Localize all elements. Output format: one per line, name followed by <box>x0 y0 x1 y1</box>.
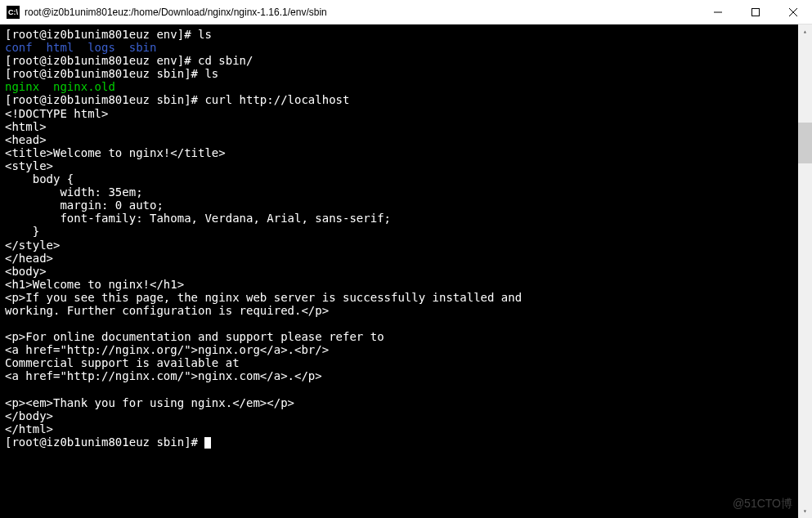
prompt: [root@iz0b1unim801euz env]# <box>5 28 198 41</box>
command-text: cd sbin/ <box>198 54 253 67</box>
ls-dir: html <box>47 41 74 54</box>
command-text: curl http://localhost <box>204 93 349 106</box>
ls-dir: conf <box>5 41 33 54</box>
terminal-body[interactable]: [root@iz0b1unim801euz env]# ls conf html… <box>0 25 812 518</box>
scrollbar[interactable]: ▴ ▾ <box>798 25 812 518</box>
command-text: ls <box>204 67 218 80</box>
maximize-button[interactable] <box>737 0 774 25</box>
prompt: [root@iz0b1unim801euz sbin]# <box>5 435 204 449</box>
prompt: [root@iz0b1unim801euz sbin]# <box>5 93 204 106</box>
ls-exec: nginx <box>5 80 39 93</box>
prompt: [root@iz0b1unim801euz env]# <box>5 54 198 67</box>
titlebar[interactable]: C:\ root@iz0b1unim801euz:/home/Download/… <box>0 0 812 25</box>
cmd-icon: C:\ <box>7 6 20 19</box>
scroll-up-icon[interactable]: ▴ <box>798 25 812 38</box>
watermark: @51CTO博 <box>733 497 792 511</box>
prompt: [root@iz0b1unim801euz sbin]# <box>5 67 204 80</box>
curl-output: <!DOCTYPE html> <html> <head> <title>Wel… <box>5 107 522 435</box>
window-controls <box>699 0 812 25</box>
cursor <box>204 437 211 449</box>
minimize-button[interactable] <box>699 0 737 25</box>
window-title: root@iz0b1unim801euz:/home/Download/ngin… <box>25 7 699 18</box>
terminal-window: C:\ root@iz0b1unim801euz:/home/Download/… <box>0 0 812 518</box>
scrollbar-thumb[interactable] <box>798 123 812 163</box>
ls-dir: sbin <box>129 41 157 54</box>
ls-dir: logs <box>87 41 115 54</box>
close-button[interactable] <box>774 0 812 25</box>
command-text: ls <box>198 28 212 41</box>
scroll-down-icon[interactable]: ▾ <box>798 504 812 518</box>
svg-rect-1 <box>752 8 760 16</box>
ls-exec: nginx.old <box>53 80 115 93</box>
